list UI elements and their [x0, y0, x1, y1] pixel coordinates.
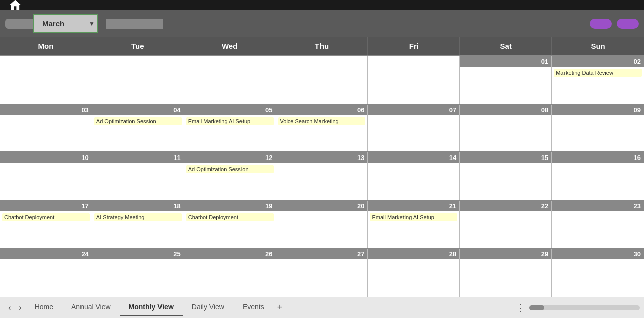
tab-add-button[interactable]: +	[273, 300, 287, 315]
day-header-sat: Sat	[460, 37, 552, 55]
event-chip[interactable]: Voice Search Marketing	[278, 117, 366, 125]
month-select-wrapper: March January February April May June Ju…	[33, 14, 98, 33]
calendar-header: MonTueWedThuFriSatSun	[0, 37, 644, 55]
tab-scrollbar-thumb	[529, 305, 544, 310]
calendar-cell[interactable]: 08	[460, 105, 552, 152]
calendar-cell[interactable]: 21Email Marketing AI Setup	[368, 201, 460, 248]
cell-date-number: 09	[552, 105, 644, 115]
controls-bar: March January February April May June Ju…	[0, 10, 644, 37]
cell-date-number: 30	[552, 249, 644, 259]
event-chip[interactable]: Email Marketing AI Setup	[186, 117, 274, 125]
cell-date-number: 13	[276, 152, 368, 163]
calendar-week-3: 101112Ad Optimization Session13141516	[0, 152, 644, 201]
tab-events[interactable]: Events	[233, 299, 273, 316]
tab-home[interactable]: Home	[26, 299, 62, 316]
cell-date-number: 15	[460, 152, 551, 163]
tab-daily-view[interactable]: Daily View	[183, 299, 233, 316]
cell-date-number: 10	[0, 152, 92, 163]
calendar-cell[interactable]: 29	[460, 249, 552, 297]
calendar-cell[interactable]	[0, 56, 92, 104]
cell-date-number: 12	[184, 152, 276, 163]
calendar-cell[interactable]: 28	[368, 249, 460, 297]
calendar-cell[interactable]: 27	[276, 249, 368, 297]
cell-date-number: 29	[460, 249, 551, 259]
cell-date-number: 06	[276, 105, 368, 115]
show-events-button[interactable]	[617, 19, 639, 29]
calendar-cell[interactable]: 12Ad Optimization Session	[184, 152, 276, 200]
calendar-cell[interactable]	[368, 56, 460, 104]
event-chip[interactable]: AI Strategy Meeting	[94, 213, 182, 221]
cell-date-number: 26	[184, 249, 276, 259]
calendar-cell[interactable]: 07	[368, 105, 460, 152]
calendar-cell[interactable]: 14	[368, 152, 460, 200]
cell-date-number: 23	[552, 201, 644, 211]
cell-date-number: 04	[92, 105, 184, 115]
event-chip[interactable]: Ad Optimization Session	[186, 165, 274, 173]
tab-menu-button[interactable]: ⋮	[516, 302, 525, 313]
home-icon[interactable]	[8, 0, 22, 12]
year-value	[134, 19, 163, 29]
calendar-week-5: 24252627282930	[0, 249, 644, 297]
calendar-cell[interactable]	[276, 56, 368, 104]
calendar-cell[interactable]: 20	[276, 201, 368, 248]
year-label	[106, 19, 134, 29]
calendar-cell[interactable]: 09	[552, 105, 644, 152]
calendar-cell[interactable]: 16	[552, 152, 644, 200]
calendar-cell[interactable]: 22	[460, 201, 552, 248]
month-select[interactable]: March January February April May June Ju…	[33, 14, 98, 33]
event-chip[interactable]: Marketing Data Review	[554, 69, 642, 77]
tab-prev-button[interactable]: ‹	[4, 301, 15, 314]
cell-date-number: 07	[368, 105, 459, 115]
cell-date-number: 11	[92, 152, 184, 163]
calendar-week-2: 0304Ad Optimization Session05Email Marke…	[0, 105, 644, 153]
tab-annual-view[interactable]: Annual View	[62, 299, 120, 316]
calendar-cell[interactable]: 10	[0, 152, 92, 200]
add-new-button[interactable]	[590, 19, 612, 29]
cell-date-number: 01	[460, 56, 551, 67]
calendar-cell[interactable]: 23	[552, 201, 644, 248]
cell-date-number: 08	[460, 105, 551, 115]
title-bar	[0, 0, 644, 10]
cell-date-number: 22	[460, 201, 551, 211]
tab-next-button[interactable]: ›	[15, 301, 25, 314]
cell-date-number: 17	[0, 201, 92, 211]
event-chip[interactable]: Email Marketing AI Setup	[370, 213, 457, 221]
calendar-cell[interactable]: 18AI Strategy Meeting	[92, 201, 184, 248]
calendar-cell[interactable]: 13	[276, 152, 368, 200]
calendar-cell[interactable]: 06Voice Search Marketing	[276, 105, 368, 152]
calendar-cell[interactable]	[92, 56, 184, 104]
event-chip[interactable]: Ad Optimization Session	[94, 117, 182, 125]
cell-date-number: 16	[552, 152, 644, 163]
calendar-cell[interactable]: 05Email Marketing AI Setup	[184, 105, 276, 152]
calendar-cell[interactable]: 02Marketing Data Review	[552, 56, 644, 104]
calendar-cell[interactable]: 26	[184, 249, 276, 297]
cell-date-number: 19	[184, 201, 276, 211]
calendar-week-1: 0102Marketing Data Review	[0, 56, 644, 105]
tab-monthly-view[interactable]: Monthly View	[120, 299, 183, 316]
calendar-cell[interactable]: 25	[92, 249, 184, 297]
calendar-cell[interactable]: 17Chatbot Deployment	[0, 201, 92, 248]
calendar-cell[interactable]: 03	[0, 105, 92, 152]
calendar-cell[interactable]: 04Ad Optimization Session	[92, 105, 184, 152]
cell-date-number: 21	[368, 201, 459, 211]
calendar-container: 0102Marketing Data Review0304Ad Optimiza…	[0, 55, 644, 297]
calendar-cell[interactable]: 24	[0, 249, 92, 297]
event-chip[interactable]: Chatbot Deployment	[186, 213, 274, 221]
calendar-cell[interactable]: 19Chatbot Deployment	[184, 201, 276, 248]
event-chip[interactable]: Chatbot Deployment	[2, 213, 90, 221]
tab-scrollbar[interactable]	[529, 305, 640, 310]
calendar-cell[interactable]: 11	[92, 152, 184, 200]
cell-date-number: 27	[276, 249, 368, 259]
cell-date-number: 28	[368, 249, 459, 259]
tab-bar: ‹ › Home Annual View Monthly View Daily …	[0, 297, 644, 318]
calendar-cell[interactable]: 15	[460, 152, 552, 200]
calendar-cell[interactable]: 30	[552, 249, 644, 297]
day-header-wed: Wed	[184, 37, 276, 55]
day-header-fri: Fri	[368, 37, 460, 55]
calendar-cell[interactable]: 01	[460, 56, 552, 104]
cell-date-number: 18	[92, 201, 184, 211]
day-header-sun: Sun	[552, 37, 644, 55]
cell-date-number: 25	[92, 249, 184, 259]
calendar-cell[interactable]	[184, 56, 276, 104]
day-header-tue: Tue	[92, 37, 184, 55]
